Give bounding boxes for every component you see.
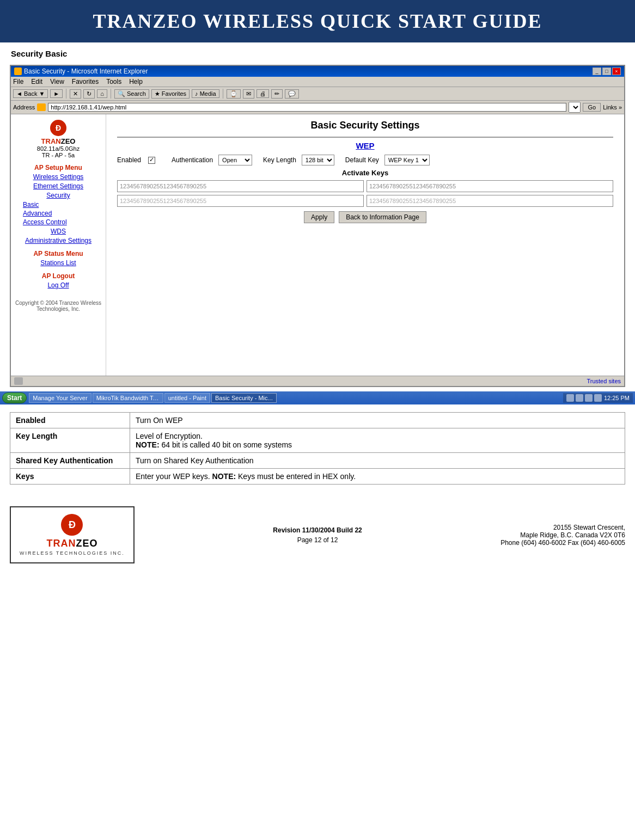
table-cell-desc-1: Level of Encryption. NOTE: 64 bit is cal… — [130, 428, 625, 453]
start-button[interactable]: Start — [2, 393, 27, 403]
nav-logo: Ð TRANZEO 802.11a/5.0Ghz TR - AP - 5a — [15, 120, 101, 158]
table-row: Keys Enter your WEP keys. NOTE: Keys mus… — [10, 469, 625, 485]
taskbar-item-0[interactable]: Manage Your Server — [29, 393, 91, 403]
address-label: Address — [13, 104, 35, 111]
menu-favorites[interactable]: Favorites — [72, 78, 99, 85]
status-right: Trusted sites — [587, 378, 621, 384]
table-cell-label-0: Enabled — [10, 413, 130, 428]
taskbar-items: Manage Your Server MikroTik Bandwidth Te… — [29, 393, 561, 403]
nav-brand: TRANZEO — [15, 137, 101, 145]
maximize-button[interactable]: □ — [602, 68, 611, 75]
enabled-label: Enabled — [117, 156, 141, 164]
nav-ap-status[interactable]: AP Status Menu — [15, 250, 101, 257]
browser-title: Basic Security - Microsoft Internet Expl… — [24, 68, 148, 75]
taskbar-right: 12:25 PM — [563, 393, 633, 403]
system-icons — [566, 394, 602, 402]
footer-phone: Phone (604) 460-6002 Fax (604) 460-6005 — [500, 539, 625, 547]
nav-wds[interactable]: WDS — [15, 228, 101, 235]
page-footer: Ð TRANZEO WIRELESS TECHNOLOGIES INC. Rev… — [10, 501, 625, 563]
toolbar-separator2 — [111, 89, 111, 99]
minimize-button[interactable]: _ — [593, 68, 601, 75]
toolbar-separator3 — [223, 89, 223, 99]
nav-copyright: Copyright © 2004 Tranzeo Wireless Techno… — [15, 300, 101, 312]
auth-select[interactable]: Open Shared — [218, 155, 252, 165]
menu-tools[interactable]: Tools — [106, 78, 121, 85]
nav-ap-logout[interactable]: AP Logout — [15, 272, 101, 280]
forward-button[interactable]: ► — [50, 89, 63, 98]
ie-icon — [14, 68, 22, 75]
links-button[interactable]: Links » — [603, 104, 622, 111]
table-cell-label-2: Shared Key Authentication — [10, 453, 130, 469]
menu-edit[interactable]: Edit — [31, 78, 42, 85]
nav-advanced[interactable]: Advanced — [23, 210, 101, 217]
taskbar-item-2[interactable]: untitled - Paint — [164, 393, 210, 403]
key-input-2[interactable] — [367, 180, 613, 192]
footer-brand: TRANZEO — [46, 538, 97, 549]
sys-icon-1 — [566, 394, 574, 402]
revision-text: Revision 11/30/2004 Build 22 — [135, 526, 500, 534]
mail-button[interactable]: ✉ — [243, 89, 254, 99]
taskbar-item-1[interactable]: MikroTik Bandwidth Test... — [93, 393, 163, 403]
nav-basic[interactable]: Basic — [23, 201, 101, 209]
footer-address: 20155 Stewart Crescent, — [500, 524, 625, 531]
nav-admin-settings[interactable]: Administrative Settings — [15, 237, 101, 244]
defaultkey-select[interactable]: WEP Key 1 WEP Key 2 WEP Key 3 WEP Key 4 — [384, 155, 430, 165]
menu-view[interactable]: View — [50, 78, 64, 85]
page-icon — [14, 377, 23, 385]
table-row: Enabled Turn On WEP — [10, 413, 625, 428]
search-button[interactable]: 🔍 Search — [114, 89, 149, 99]
back-info-button[interactable]: Back to Information Page — [339, 211, 426, 223]
table-cell-label-3: Keys — [10, 469, 130, 485]
nav-ethernet-settings[interactable]: Ethernet Settings — [15, 182, 101, 190]
print-button[interactable]: 🖨 — [257, 89, 269, 98]
edit-button[interactable]: ✏ — [271, 89, 283, 99]
nav-log-off[interactable]: Log Off — [15, 281, 101, 289]
tranzeo-nav-icon: Ð — [50, 120, 66, 136]
key-input-1[interactable] — [117, 180, 364, 192]
page-num: Page 12 of 12 — [135, 536, 500, 544]
refresh-button[interactable]: ↻ — [83, 89, 95, 99]
favorites-button[interactable]: ★ Favorites — [151, 89, 190, 99]
status-left — [14, 377, 23, 385]
menu-help[interactable]: Help — [129, 78, 143, 85]
key-input-4[interactable] — [367, 195, 613, 207]
browser-menubar: File Edit View Favorites Tools Help — [11, 77, 624, 87]
media-button[interactable]: ♪ Media — [192, 89, 219, 98]
history-button[interactable]: ⌚ — [227, 89, 241, 99]
close-button[interactable]: × — [612, 68, 621, 75]
clock: 12:25 PM — [604, 395, 630, 401]
left-nav: Ð TRANZEO 802.11a/5.0Ghz TR - AP - 5a AP… — [11, 114, 106, 376]
nav-wireless-settings[interactable]: Wireless Settings — [15, 173, 101, 181]
nav-security[interactable]: Security — [15, 192, 101, 199]
wep-title: WEP — [117, 141, 613, 150]
sys-icon-2 — [576, 394, 583, 402]
browser-content: Ð TRANZEO 802.11a/5.0Ghz TR - AP - 5a AP… — [11, 114, 624, 376]
keys-grid — [117, 180, 613, 207]
enabled-checkbox[interactable] — [148, 157, 155, 164]
browser-statusbar: Trusted sites — [11, 376, 624, 386]
address-input[interactable] — [48, 103, 566, 112]
menu-file[interactable]: File — [13, 78, 23, 85]
keylength-select[interactable]: 128 bit 64 bit — [302, 155, 334, 165]
footer-logo-area: Ð TRANZEO WIRELESS TECHNOLOGIES INC. — [10, 506, 135, 563]
main-content: Basic Security Settings WEP Enabled Auth… — [106, 114, 624, 376]
back-button[interactable]: ◄ Back ▼ — [13, 89, 48, 98]
key-input-3[interactable] — [117, 195, 364, 207]
discuss-button[interactable]: 💬 — [285, 89, 299, 99]
home-button[interactable]: ⌂ — [97, 89, 107, 98]
go-button[interactable]: Go — [583, 103, 601, 112]
taskbar-item-3[interactable]: Basic Security - Mic... — [211, 393, 277, 403]
header-title: Tranzeo Wireless Quick Start Guide — [93, 10, 542, 32]
address-dropdown[interactable] — [569, 102, 581, 113]
section-title: Security Basic — [0, 42, 635, 63]
window-controls[interactable]: _ □ × — [593, 68, 621, 75]
nav-ap-setup[interactable]: AP Setup Menu — [15, 164, 101, 171]
browser-window: Basic Security - Microsoft Internet Expl… — [10, 65, 625, 387]
trusted-sites: Trusted sites — [587, 378, 621, 384]
nav-access-control[interactable]: Access Control — [23, 218, 101, 226]
table-cell-desc-0: Turn On WEP — [130, 413, 625, 428]
apply-button[interactable]: Apply — [304, 211, 334, 223]
footer-tranzeo-icon: Ð — [61, 514, 83, 536]
stop-button[interactable]: ✕ — [70, 89, 81, 99]
nav-stations-list[interactable]: Stations List — [15, 259, 101, 267]
